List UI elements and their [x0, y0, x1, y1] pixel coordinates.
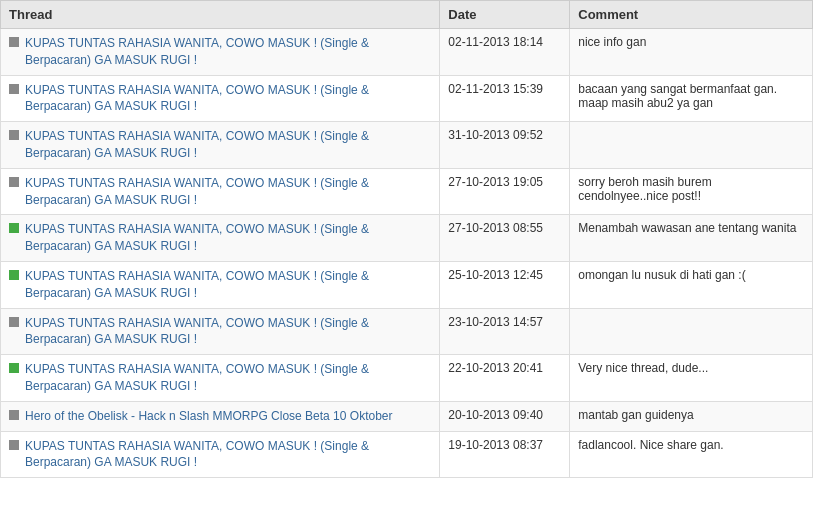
threads-table: Thread Date Comment KUPAS TUNTAS RAHASIA…	[0, 0, 813, 478]
date-cell: 02-11-2013 15:39	[440, 75, 570, 122]
thread-cell: KUPAS TUNTAS RAHASIA WANITA, COWO MASUK …	[1, 215, 440, 262]
table-row: KUPAS TUNTAS RAHASIA WANITA, COWO MASUK …	[1, 431, 813, 478]
thread-link[interactable]: Hero of the Obelisk - Hack n Slash MMORP…	[25, 408, 392, 425]
gray-indicator	[9, 440, 19, 450]
comment-cell: Menambah wawasan ane tentang wanita	[570, 215, 813, 262]
date-cell: 27-10-2013 19:05	[440, 168, 570, 215]
comment-cell: omongan lu nusuk di hati gan :(	[570, 261, 813, 308]
table-row: KUPAS TUNTAS RAHASIA WANITA, COWO MASUK …	[1, 261, 813, 308]
date-cell: 27-10-2013 08:55	[440, 215, 570, 262]
thread-cell: KUPAS TUNTAS RAHASIA WANITA, COWO MASUK …	[1, 122, 440, 169]
thread-link[interactable]: KUPAS TUNTAS RAHASIA WANITA, COWO MASUK …	[25, 315, 431, 349]
thread-cell: Hero of the Obelisk - Hack n Slash MMORP…	[1, 401, 440, 431]
date-cell: 23-10-2013 14:57	[440, 308, 570, 355]
gray-indicator	[9, 177, 19, 187]
date-cell: 22-10-2013 20:41	[440, 355, 570, 402]
table-row: Hero of the Obelisk - Hack n Slash MMORP…	[1, 401, 813, 431]
date-cell: 20-10-2013 09:40	[440, 401, 570, 431]
thread-cell: KUPAS TUNTAS RAHASIA WANITA, COWO MASUK …	[1, 29, 440, 76]
thread-link[interactable]: KUPAS TUNTAS RAHASIA WANITA, COWO MASUK …	[25, 438, 431, 472]
comment-cell	[570, 122, 813, 169]
table-row: KUPAS TUNTAS RAHASIA WANITA, COWO MASUK …	[1, 308, 813, 355]
table-header-row: Thread Date Comment	[1, 1, 813, 29]
thread-link[interactable]: KUPAS TUNTAS RAHASIA WANITA, COWO MASUK …	[25, 82, 431, 116]
thread-link[interactable]: KUPAS TUNTAS RAHASIA WANITA, COWO MASUK …	[25, 361, 431, 395]
comment-cell: bacaan yang sangat bermanfaat gan. maap …	[570, 75, 813, 122]
comment-column-header: Comment	[570, 1, 813, 29]
date-cell: 25-10-2013 12:45	[440, 261, 570, 308]
date-cell: 02-11-2013 18:14	[440, 29, 570, 76]
thread-link[interactable]: KUPAS TUNTAS RAHASIA WANITA, COWO MASUK …	[25, 175, 431, 209]
thread-column-header: Thread	[1, 1, 440, 29]
date-cell: 19-10-2013 08:37	[440, 431, 570, 478]
table-row: KUPAS TUNTAS RAHASIA WANITA, COWO MASUK …	[1, 122, 813, 169]
table-row: KUPAS TUNTAS RAHASIA WANITA, COWO MASUK …	[1, 215, 813, 262]
comment-cell: Very nice thread, dude...	[570, 355, 813, 402]
table-row: KUPAS TUNTAS RAHASIA WANITA, COWO MASUK …	[1, 355, 813, 402]
gray-indicator	[9, 130, 19, 140]
gray-indicator	[9, 410, 19, 420]
thread-cell: KUPAS TUNTAS RAHASIA WANITA, COWO MASUK …	[1, 431, 440, 478]
comment-cell: nice info gan	[570, 29, 813, 76]
green-indicator	[9, 270, 19, 280]
comment-cell: mantab gan guidenya	[570, 401, 813, 431]
thread-link[interactable]: KUPAS TUNTAS RAHASIA WANITA, COWO MASUK …	[25, 268, 431, 302]
green-indicator	[9, 363, 19, 373]
comment-cell	[570, 308, 813, 355]
thread-cell: KUPAS TUNTAS RAHASIA WANITA, COWO MASUK …	[1, 261, 440, 308]
thread-link[interactable]: KUPAS TUNTAS RAHASIA WANITA, COWO MASUK …	[25, 128, 431, 162]
table-row: KUPAS TUNTAS RAHASIA WANITA, COWO MASUK …	[1, 29, 813, 76]
thread-link[interactable]: KUPAS TUNTAS RAHASIA WANITA, COWO MASUK …	[25, 221, 431, 255]
gray-indicator	[9, 84, 19, 94]
date-cell: 31-10-2013 09:52	[440, 122, 570, 169]
table-row: KUPAS TUNTAS RAHASIA WANITA, COWO MASUK …	[1, 168, 813, 215]
gray-indicator	[9, 37, 19, 47]
thread-cell: KUPAS TUNTAS RAHASIA WANITA, COWO MASUK …	[1, 355, 440, 402]
table-row: KUPAS TUNTAS RAHASIA WANITA, COWO MASUK …	[1, 75, 813, 122]
comment-cell: sorry beroh masih burem cendolnyee..nice…	[570, 168, 813, 215]
green-indicator	[9, 223, 19, 233]
thread-cell: KUPAS TUNTAS RAHASIA WANITA, COWO MASUK …	[1, 168, 440, 215]
thread-cell: KUPAS TUNTAS RAHASIA WANITA, COWO MASUK …	[1, 75, 440, 122]
thread-cell: KUPAS TUNTAS RAHASIA WANITA, COWO MASUK …	[1, 308, 440, 355]
comment-cell: fadlancool. Nice share gan.	[570, 431, 813, 478]
date-column-header: Date	[440, 1, 570, 29]
thread-link[interactable]: KUPAS TUNTAS RAHASIA WANITA, COWO MASUK …	[25, 35, 431, 69]
gray-indicator	[9, 317, 19, 327]
